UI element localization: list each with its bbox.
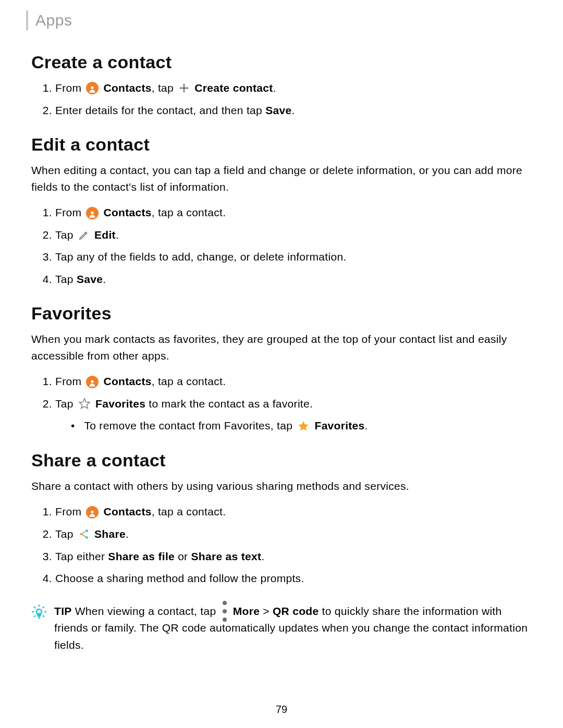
step-item: From Contacts, tap Create contact. [55, 80, 532, 97]
sub-item: To remove the contact from Favorites, ta… [71, 417, 532, 435]
edit-icon [78, 229, 90, 241]
step-item: From Contacts, tap a contact. [55, 373, 532, 390]
share-icon [78, 528, 90, 540]
svg-point-0 [91, 87, 94, 89]
text: Tap any of the fields to add, change, or… [55, 251, 347, 263]
steps-edit: From Contacts, tap a contact. Tap Edit. … [31, 204, 532, 288]
edit-description: When editing a contact, you can tap a fi… [31, 162, 532, 195]
more-label: More [233, 605, 260, 617]
text: . [365, 419, 368, 431]
share-label: Share [94, 528, 126, 540]
text: From [55, 206, 84, 218]
qr-code-label: QR code [273, 605, 319, 617]
svg-point-5 [85, 530, 88, 533]
svg-point-6 [85, 537, 88, 539]
text: From [55, 375, 84, 387]
text: Tap either [55, 550, 108, 562]
step-item: Tap any of the fields to add, change, or… [55, 249, 532, 266]
page-number: 79 [0, 704, 563, 715]
save-label: Save [265, 104, 291, 116]
step-item: Tap Edit. [55, 227, 532, 244]
text: To remove the contact from Favorites, ta… [84, 419, 296, 431]
header-accent-bar [26, 10, 28, 30]
text: . [273, 82, 276, 94]
contacts-label: Contacts [103, 82, 151, 94]
tip-label: TIP [54, 605, 72, 617]
heading-share: Share a contact [31, 450, 532, 471]
text: When viewing a contact, tap [72, 605, 219, 617]
contacts-icon [86, 207, 99, 219]
text: From [55, 505, 84, 517]
svg-point-10 [223, 618, 227, 622]
steps-favorites: From Contacts, tap a contact. Tap Favori… [31, 373, 532, 435]
header-label: Apps [35, 11, 72, 29]
contacts-label: Contacts [103, 206, 151, 218]
svg-point-4 [80, 533, 82, 536]
more-icon [222, 606, 228, 617]
save-label: Save [77, 273, 103, 285]
text: Tap [55, 229, 77, 241]
step-item: Tap either Share as file or Share as tex… [55, 548, 532, 565]
contacts-icon [86, 376, 99, 388]
text: to mark the contact as a favorite. [145, 398, 313, 410]
tip-icon [31, 604, 47, 620]
text: Choose a sharing method and follow the p… [55, 572, 304, 584]
svg-point-9 [223, 609, 227, 613]
tip-text: TIP When viewing a contact, tap More > Q… [54, 603, 532, 654]
heading-favorites: Favorites [31, 303, 532, 324]
heading-edit: Edit a contact [31, 134, 532, 155]
favorites-label: Favorites [315, 419, 365, 431]
text: . [126, 528, 129, 540]
text: > [260, 605, 273, 617]
tip-callout: TIP When viewing a contact, tap More > Q… [31, 603, 532, 654]
star-filled-icon [297, 420, 310, 433]
share-file-label: Share as file [108, 550, 175, 562]
text: , tap [152, 82, 177, 94]
step-item: Tap Favorites to mark the contact as a f… [55, 396, 532, 435]
contacts-label: Contacts [103, 375, 151, 387]
text: Tap [55, 273, 77, 285]
step-item: Enter details for the contact, and then … [55, 102, 532, 119]
text: . [116, 229, 119, 241]
step-item: From Contacts, tap a contact. [55, 503, 532, 521]
share-text-label: Share as text [191, 550, 262, 562]
star-outline-icon [78, 398, 91, 410]
text: . [291, 104, 295, 116]
edit-label: Edit [94, 229, 116, 241]
contacts-icon [86, 506, 99, 519]
plus-icon [178, 82, 190, 94]
svg-point-8 [223, 601, 227, 605]
step-item: From Contacts, tap a contact. [55, 204, 532, 221]
step-item: Tap Save. [55, 271, 532, 288]
text: Tap [55, 528, 77, 540]
svg-point-3 [91, 511, 94, 513]
contacts-label: Contacts [103, 505, 151, 517]
svg-point-2 [91, 380, 94, 382]
share-description: Share a contact with others by using var… [31, 478, 532, 495]
page-header: Apps [26, 10, 532, 30]
text: . [261, 550, 264, 562]
text: or [175, 550, 191, 562]
step-item: Choose a sharing method and follow the p… [55, 570, 532, 587]
heading-create: Create a contact [31, 52, 532, 72]
text: , tap a contact. [152, 206, 226, 218]
svg-point-1 [91, 211, 94, 214]
favorites-label: Favorites [95, 398, 145, 410]
text: Tap [55, 398, 77, 410]
text: Enter details for the contact, and then … [55, 104, 265, 116]
steps-create: From Contacts, tap Create contact. Enter… [31, 80, 532, 119]
text: . [103, 273, 106, 285]
contacts-icon [86, 82, 99, 94]
create-contact-label: Create contact [194, 82, 273, 94]
text: , tap a contact. [152, 375, 226, 387]
favorites-description: When you mark contacts as favorites, the… [31, 331, 532, 364]
text: , tap a contact. [152, 505, 226, 517]
steps-share: From Contacts, tap a contact. Tap Share.… [31, 503, 532, 587]
step-item: Tap Share. [55, 526, 532, 543]
text: From [55, 82, 84, 94]
